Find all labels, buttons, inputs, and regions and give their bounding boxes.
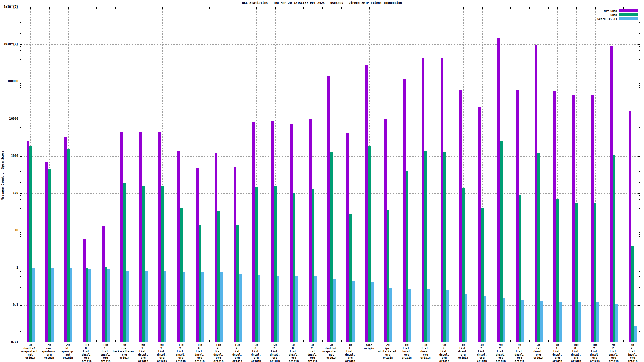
y-minor-tick bbox=[639, 195, 640, 196]
x-minor-tick bbox=[172, 340, 172, 342]
y-minor-tick bbox=[639, 71, 640, 71]
y-major-tick bbox=[638, 119, 640, 119]
x-minor-tick bbox=[529, 7, 530, 9]
y-major-tick bbox=[20, 119, 22, 119]
y-minor-tick bbox=[639, 213, 640, 213]
bar-not-spam bbox=[403, 79, 406, 342]
y-minor-tick bbox=[20, 171, 21, 172]
y-minor-tick bbox=[639, 272, 640, 272]
bar-spam bbox=[519, 195, 521, 342]
y-minor-tick bbox=[639, 232, 640, 233]
legend-label-spam: Spam bbox=[610, 13, 617, 16]
x-minor-tick bbox=[78, 340, 78, 342]
x-major-tick bbox=[520, 7, 520, 9]
bar-spam bbox=[330, 152, 333, 342]
x-minor-tick bbox=[209, 7, 210, 9]
x-minor-tick bbox=[209, 340, 210, 342]
bar-not-spam bbox=[64, 137, 67, 342]
x-minor-tick bbox=[398, 340, 398, 342]
y-minor-tick bbox=[20, 239, 21, 239]
x-minor-tick bbox=[360, 7, 360, 9]
y-minor-tick bbox=[20, 250, 21, 250]
y-tick-label: 1000 bbox=[0, 154, 18, 158]
x-minor-tick bbox=[435, 7, 435, 9]
bar-spam bbox=[443, 152, 446, 342]
y-tick-label: 1 bbox=[0, 266, 18, 269]
y-minor-tick bbox=[20, 50, 21, 51]
y-minor-tick bbox=[20, 64, 21, 64]
x-minor-tick bbox=[78, 7, 78, 9]
y-minor-tick bbox=[20, 331, 21, 332]
y-minor-tick bbox=[20, 134, 21, 134]
y-minor-tick bbox=[20, 220, 21, 220]
y-minor-tick bbox=[639, 317, 640, 317]
y-minor-tick bbox=[639, 250, 640, 250]
bar-score-0-1 bbox=[239, 274, 242, 342]
x-minor-tick bbox=[435, 340, 435, 342]
y-major-tick bbox=[638, 305, 640, 306]
legend-row-not-spam: Not Spam bbox=[597, 9, 638, 13]
y-minor-tick bbox=[639, 182, 640, 183]
y-minor-tick bbox=[20, 11, 21, 11]
x-major-tick bbox=[87, 7, 87, 9]
bar-not-spam bbox=[478, 107, 481, 342]
rbl-statistics-chart: RBL Statistics - Thu Mar 20 12:58:37 EDT… bbox=[0, 0, 644, 362]
y-minor-tick bbox=[639, 127, 640, 128]
bar-score-0-1 bbox=[408, 289, 411, 342]
bar-score-0-1 bbox=[596, 302, 599, 342]
x-minor-tick bbox=[228, 7, 228, 9]
x-major-tick bbox=[557, 7, 558, 9]
y-minor-tick bbox=[639, 158, 640, 158]
y-minor-tick bbox=[639, 314, 640, 314]
y-tick-label: 10000 bbox=[0, 117, 18, 120]
y-minor-tick bbox=[639, 283, 640, 283]
x-minor-tick bbox=[303, 340, 304, 342]
y-minor-tick bbox=[639, 59, 640, 60]
bar-not-spam bbox=[215, 153, 217, 342]
y-minor-tick bbox=[639, 50, 640, 51]
bar-spam bbox=[274, 186, 277, 342]
y-minor-tick bbox=[20, 257, 21, 257]
bar-spam bbox=[613, 155, 615, 342]
y-minor-tick bbox=[20, 234, 21, 235]
y-minor-tick bbox=[20, 232, 21, 233]
bar-spam bbox=[180, 208, 183, 342]
y-minor-tick bbox=[639, 160, 640, 160]
y-minor-tick bbox=[639, 64, 640, 64]
bar-not-spam bbox=[327, 76, 330, 342]
bar-not-spam bbox=[83, 239, 86, 342]
y-minor-tick bbox=[20, 317, 21, 317]
y-major-tick bbox=[20, 268, 22, 268]
legend-row-score: Score (0..1) bbox=[597, 17, 638, 21]
x-major-tick bbox=[238, 7, 238, 9]
x-major-tick bbox=[426, 7, 426, 9]
y-minor-tick bbox=[639, 279, 640, 279]
bar-spam bbox=[199, 225, 201, 342]
bar-score-0-1 bbox=[634, 326, 637, 342]
y-minor-tick bbox=[20, 325, 21, 325]
bar-score-0-1 bbox=[352, 281, 355, 342]
x-minor-tick bbox=[285, 340, 285, 342]
y-major-tick bbox=[20, 193, 22, 194]
x-minor-tick bbox=[59, 7, 59, 9]
bar-not-spam bbox=[120, 132, 123, 342]
y-minor-tick bbox=[639, 220, 640, 220]
x-minor-tick bbox=[529, 340, 530, 342]
x-minor-tick bbox=[134, 7, 134, 9]
y-minor-tick bbox=[639, 199, 640, 200]
bar-score-0-1 bbox=[615, 304, 618, 342]
x-minor-tick bbox=[303, 7, 304, 9]
y-minor-tick bbox=[639, 85, 640, 86]
bar-not-spam bbox=[158, 132, 161, 342]
y-minor-tick bbox=[20, 56, 21, 56]
bar-spam bbox=[48, 169, 51, 342]
y-minor-tick bbox=[639, 276, 640, 277]
y-minor-tick bbox=[639, 27, 640, 27]
bar-spam bbox=[594, 203, 596, 342]
x-minor-tick bbox=[228, 340, 228, 342]
x-minor-tick bbox=[548, 340, 549, 342]
bar-score-0-1 bbox=[314, 276, 317, 342]
y-minor-tick bbox=[20, 85, 21, 86]
bar-spam bbox=[255, 187, 258, 342]
bar-spam bbox=[424, 151, 427, 342]
